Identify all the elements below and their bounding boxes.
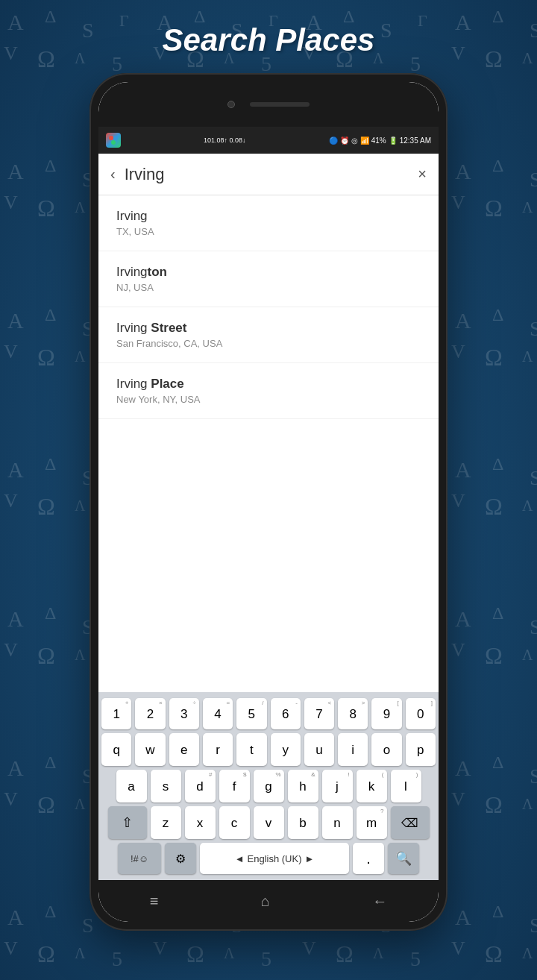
key-9[interactable]: [ 9 <box>371 698 401 729</box>
key-0[interactable]: ] 0 <box>406 698 436 729</box>
key-5[interactable]: / 5 <box>236 698 266 729</box>
key-label: 6 <box>282 708 289 720</box>
search-input[interactable]: Irving <box>125 165 409 184</box>
key-8[interactable]: > 8 <box>338 698 368 729</box>
key-label: u <box>315 744 322 756</box>
key-w[interactable]: w <box>135 733 165 766</box>
key-sub: > <box>362 700 365 706</box>
key-e[interactable]: e <box>169 733 199 766</box>
clear-button[interactable]: × <box>418 166 427 183</box>
result-name: Irving Place <box>116 377 421 392</box>
key-label: 8 <box>350 708 357 720</box>
lang-arrow-right: ► <box>304 853 314 864</box>
key-1[interactable]: + 1 <box>101 698 131 729</box>
key-j[interactable]: ! j <box>322 770 353 802</box>
key-sub: ! <box>348 771 349 778</box>
shift-key[interactable]: ⇧ <box>108 806 147 839</box>
key-label: f <box>233 780 236 793</box>
app-icon <box>106 133 121 148</box>
keyboard-row1: q w e r t y u <box>101 733 436 766</box>
key-o[interactable]: o <box>371 733 401 766</box>
shift-icon: ⇧ <box>122 814 133 831</box>
result-name-regular: Irving <box>116 377 151 391</box>
keyboard-row3: ⇧ z x c v b n <box>101 806 436 839</box>
status-left <box>106 133 121 148</box>
status-alarm: ⏰ <box>340 136 349 145</box>
key-4[interactable]: = 4 <box>203 698 233 729</box>
key-a[interactable]: a <box>116 770 147 802</box>
nav-back-button[interactable]: ← <box>372 893 387 910</box>
settings-key[interactable]: ⚙ <box>165 843 196 874</box>
result-item[interactable]: Irving TX, USA <box>98 195 439 251</box>
key-label: 1 <box>113 708 119 720</box>
lang-arrow-left: ◄ <box>235 853 245 864</box>
svg-point-1 <box>113 136 118 140</box>
result-item[interactable]: Irving Street San Francisco, CA, USA <box>98 307 439 363</box>
key-label: r <box>216 744 220 756</box>
key-b[interactable]: b <box>288 806 318 839</box>
key-d[interactable]: # d <box>185 770 216 802</box>
key-n[interactable]: n <box>322 806 353 839</box>
key-label: m <box>366 817 377 829</box>
key-s[interactable]: s <box>151 770 181 802</box>
nav-home-button[interactable]: ⌂ <box>261 893 270 910</box>
key-label: k <box>368 780 375 793</box>
key-u[interactable]: u <box>304 733 334 766</box>
key-label: e <box>180 744 187 756</box>
key-c[interactable]: c <box>219 806 250 839</box>
key-sub: / <box>262 700 263 706</box>
key-l[interactable]: ) l <box>391 770 421 802</box>
status-signal-info: 101.08↑ 0.08↓ <box>204 136 246 144</box>
key-q[interactable]: q <box>101 733 131 766</box>
keyboard-number-row: + 1 × 2 ÷ 3 = 4 / 5 <box>101 698 436 729</box>
key-h[interactable]: & h <box>288 770 318 802</box>
backspace-icon: ⌫ <box>401 816 418 830</box>
key-7[interactable]: < 7 <box>304 698 334 729</box>
key-k[interactable]: ( k <box>357 770 387 802</box>
key-g[interactable]: % g <box>254 770 284 802</box>
key-v[interactable]: v <box>254 806 284 839</box>
search-bar: ‹ Irving × <box>98 154 439 195</box>
key-label: n <box>333 817 340 829</box>
key-z[interactable]: z <box>151 806 181 839</box>
key-label: j <box>336 780 339 793</box>
key-m[interactable]: ? m <box>357 806 387 839</box>
result-item[interactable]: Irvington NJ, USA <box>98 251 439 307</box>
result-item[interactable]: Irving Place New York, NY, USA <box>98 363 439 419</box>
key-6[interactable]: - 6 <box>271 698 301 729</box>
period-key[interactable]: . <box>353 843 384 874</box>
keyboard-bottom-row: !#☺ ⚙ ◄ English (UK) ► . 🔍 <box>101 843 436 874</box>
language-key[interactable]: ◄ English (UK) ► <box>200 843 349 874</box>
key-sub: [ <box>397 700 398 706</box>
key-3[interactable]: ÷ 3 <box>169 698 199 729</box>
key-2[interactable]: × 2 <box>135 698 165 729</box>
key-label: d <box>196 780 203 793</box>
page-title: Search Places <box>163 22 375 58</box>
result-name-regular: Irving <box>116 209 148 223</box>
key-sub: % <box>275 771 280 778</box>
svg-point-2 <box>111 140 116 145</box>
result-name-bold: ton <box>148 265 167 279</box>
key-label: w <box>145 744 154 756</box>
key-y[interactable]: y <box>271 733 301 766</box>
key-p[interactable]: p <box>406 733 436 766</box>
back-button[interactable]: ‹ <box>110 166 116 183</box>
nav-menu-button[interactable]: ≡ <box>150 893 159 910</box>
search-key[interactable]: 🔍 <box>388 843 419 874</box>
result-name-regular: Irving <box>116 321 151 335</box>
backspace-key[interactable]: ⌫ <box>391 806 430 839</box>
key-label: x <box>197 817 204 829</box>
symbols-key[interactable]: !#☺ <box>118 843 161 874</box>
key-f[interactable]: $ f <box>219 770 250 802</box>
key-i[interactable]: i <box>338 733 368 766</box>
search-icon: 🔍 <box>395 850 412 867</box>
status-battery-icon: 🔋 <box>389 136 398 145</box>
key-x[interactable]: x <box>185 806 216 839</box>
key-r[interactable]: r <box>203 733 233 766</box>
status-bluetooth: 🔵 <box>329 136 338 145</box>
key-t[interactable]: t <box>236 733 266 766</box>
phone-frame: 101.08↑ 0.08↓ 🔵 ⏰ ◎ 📶 41% 🔋 12:35 AM ‹ I… <box>90 73 448 931</box>
key-label: 7 <box>315 708 322 720</box>
nav-bar: ≡ ⌂ ← <box>98 880 439 922</box>
key-sub: ( <box>382 771 384 778</box>
